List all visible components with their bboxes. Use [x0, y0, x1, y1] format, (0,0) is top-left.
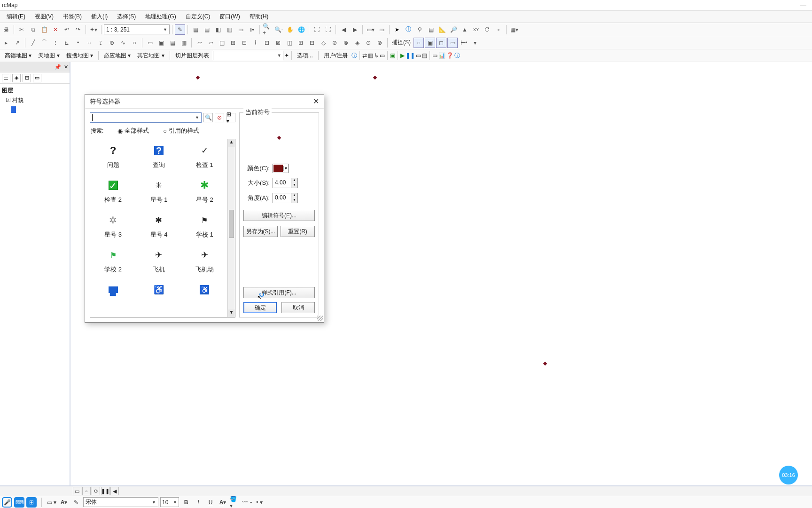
t16-icon[interactable]: ⊙: [363, 38, 374, 48]
catalog-icon[interactable]: ▤: [202, 24, 212, 35]
m4-icon[interactable]: ▭: [380, 52, 385, 59]
t13-icon[interactable]: ⊘: [329, 38, 340, 48]
clear-selection-icon[interactable]: ▭: [376, 24, 387, 35]
edit-tool-icon[interactable]: ✎: [71, 497, 81, 508]
line-icon[interactable]: ╱: [28, 38, 38, 48]
t14-icon[interactable]: ⊗: [341, 38, 351, 48]
symbol-item[interactable]: ✈飞机: [140, 247, 178, 274]
symbol-item[interactable]: ✓检查 1: [186, 143, 223, 169]
bold-button[interactable]: B: [181, 497, 191, 508]
m2-icon[interactable]: ▦: [368, 52, 373, 59]
symbol-search-input[interactable]: ▼: [90, 112, 202, 123]
forward-icon[interactable]: ▶: [350, 24, 360, 35]
viewer-window-icon[interactable]: ▫: [493, 24, 504, 35]
undo-icon[interactable]: ↶: [62, 24, 72, 35]
menu-bookmarks[interactable]: 书签(B): [58, 11, 86, 22]
layout-view-tab[interactable]: ▫: [82, 487, 91, 495]
reset-button[interactable]: 重置(R): [281, 226, 315, 237]
toc-tab-source[interactable]: ◈: [12, 74, 21, 82]
edit-anno-icon[interactable]: ↗: [12, 38, 23, 48]
rectangle-tool-icon[interactable]: ▭ ▾: [47, 497, 57, 508]
t12-icon[interactable]: ◇: [318, 38, 328, 48]
font-color-button[interactable]: A ▾: [218, 497, 228, 508]
snapping-label[interactable]: 捕捉(S): [390, 39, 413, 47]
modelbuilder-icon[interactable]: ⫴▾: [247, 24, 257, 35]
t1-icon[interactable]: ▱: [194, 38, 204, 48]
menu-insert[interactable]: 插入(I): [86, 11, 112, 22]
m1-icon[interactable]: ⇄: [362, 52, 367, 59]
sousou-map[interactable]: 搜搜地图 ▾: [63, 50, 96, 61]
back-icon[interactable]: ◀: [338, 24, 349, 35]
refresh-tiles-icon[interactable]: ✦: [284, 52, 289, 59]
marker-color-button[interactable]: • ▾: [254, 497, 265, 508]
t6-icon[interactable]: ⌇: [250, 38, 261, 48]
radio-referenced-styles[interactable]: ○引用的样式: [163, 127, 199, 135]
python-icon[interactable]: ▭: [235, 24, 246, 35]
m8-icon[interactable]: ▭: [432, 52, 437, 59]
symbol-item[interactable]: ⚑学校 1: [186, 213, 223, 239]
resize-grip-icon[interactable]: [317, 316, 323, 321]
info2-icon[interactable]: ⓘ: [454, 52, 460, 60]
user-register[interactable]: 用户/注册: [321, 50, 351, 61]
attributes-icon[interactable]: ▤: [167, 38, 178, 48]
snap-end-icon[interactable]: ▣: [425, 38, 435, 48]
radio-all-styles[interactable]: ◉全部样式: [117, 127, 149, 135]
italic-button[interactable]: I: [193, 497, 203, 508]
menu-geoprocessing[interactable]: 地理处理(G): [141, 11, 180, 22]
t2-icon[interactable]: ▱: [205, 38, 216, 48]
t11-icon[interactable]: ⊟: [307, 38, 317, 48]
minimize-icon[interactable]: —: [800, 1, 806, 9]
tangent-icon[interactable]: ⊕: [107, 38, 117, 48]
t3-icon[interactable]: ◫: [217, 38, 227, 48]
full-extent-icon[interactable]: 🌐: [296, 24, 306, 35]
t17-icon[interactable]: ⊚: [375, 38, 385, 48]
help2-icon[interactable]: ❓: [446, 52, 453, 59]
info-icon[interactable]: ⓘ: [351, 52, 357, 60]
size-spinner[interactable]: 4.00 ▲▼: [273, 178, 298, 188]
symbol-item[interactable]: ?问题: [94, 143, 132, 169]
text-tool-icon[interactable]: A ▾: [59, 497, 69, 508]
underline-button[interactable]: U: [205, 497, 216, 508]
symbol-item[interactable]: ✱星号 4: [140, 213, 178, 239]
scale-input[interactable]: 1 : 3, 251 ▼: [104, 24, 170, 34]
symbol-item[interactable]: ✈飞机场: [186, 247, 223, 274]
search-clear-icon[interactable]: ⊘: [215, 113, 224, 122]
symbol-item[interactable]: ✓检查 2: [94, 178, 132, 204]
add-data-icon[interactable]: ✦▾: [88, 24, 99, 35]
cut-icon[interactable]: ✂: [16, 24, 27, 35]
font-select[interactable]: 宋体▼: [83, 497, 158, 507]
symbol-item[interactable]: ◼: [94, 282, 132, 297]
t9-icon[interactable]: ◫: [284, 38, 295, 48]
bezier-icon[interactable]: ∿: [118, 38, 128, 48]
t10-icon[interactable]: ⊞: [296, 38, 306, 48]
toc-close-icon[interactable]: ✕: [64, 64, 68, 70]
t8-icon[interactable]: ⊠: [273, 38, 283, 48]
pause-draw-icon[interactable]: ❚❚: [101, 487, 109, 495]
fixed-zoom-out-icon[interactable]: ⛶: [323, 24, 333, 35]
color-picker[interactable]: ▼: [273, 164, 289, 173]
redo-icon[interactable]: ↷: [73, 24, 83, 35]
symbol-item[interactable]: ✲星号 3: [94, 213, 132, 239]
collapse-left-icon[interactable]: ◀: [110, 487, 119, 495]
zoom-out-icon[interactable]: 🔍-: [273, 24, 284, 35]
symbol-item[interactable]: ♿: [140, 282, 178, 297]
snap-point-icon[interactable]: ○: [414, 38, 424, 48]
pan-icon[interactable]: ✋: [285, 24, 295, 35]
endpoint-icon[interactable]: ⟟: [95, 38, 106, 48]
find-route-icon[interactable]: ▲: [460, 24, 470, 35]
toc-tab-visibility[interactable]: ⊞: [23, 74, 31, 82]
toc-tab-list[interactable]: ☰: [2, 74, 10, 82]
other-map[interactable]: 其它地图 ▾: [134, 50, 167, 61]
biying-map[interactable]: 必应地图 ▾: [101, 50, 133, 61]
pin-icon[interactable]: 📌: [55, 64, 61, 70]
find-icon[interactable]: 🔎: [448, 24, 459, 35]
menu-help[interactable]: 帮助(H): [245, 11, 273, 22]
m3-icon[interactable]: ↳: [374, 52, 379, 59]
editor-toolbar-icon[interactable]: ✎: [175, 24, 185, 35]
save-as-button[interactable]: 另存为(S)...: [243, 226, 278, 237]
ok-button[interactable]: 确定: [243, 302, 277, 313]
search-window-icon[interactable]: ◧: [213, 24, 223, 35]
m6-icon[interactable]: ▭: [416, 52, 421, 59]
m7-icon[interactable]: ▤: [422, 52, 427, 59]
zoom-in-icon[interactable]: 🔍+: [262, 24, 273, 35]
